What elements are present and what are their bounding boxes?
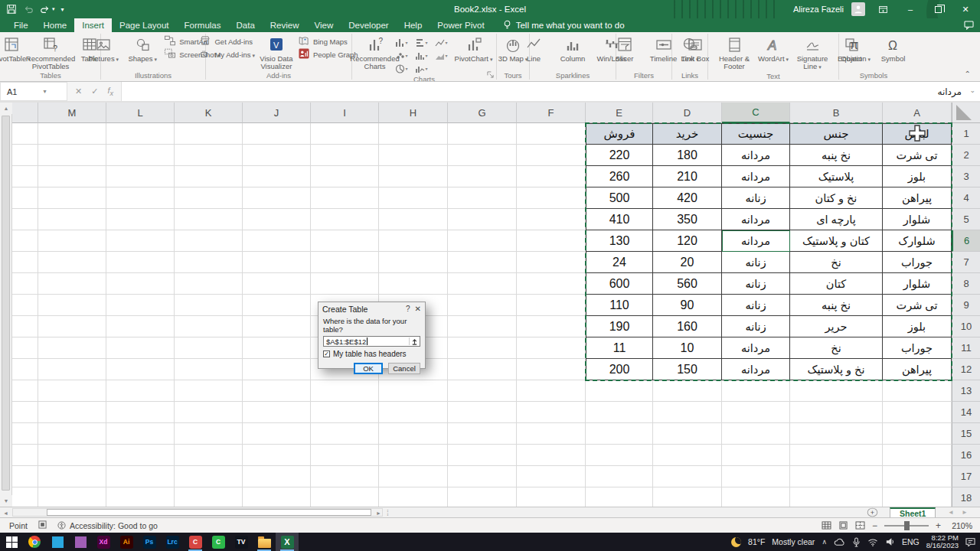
zoom-level[interactable]: 210% — [948, 521, 972, 530]
cell[interactable]: نخ — [790, 252, 883, 273]
area2-chart-icon[interactable]: ▾ — [435, 49, 454, 61]
ribbon-display-options-icon[interactable] — [873, 1, 893, 18]
column-header-j[interactable]: J — [243, 103, 311, 123]
header-footer-button[interactable]: Header & Footer — [715, 34, 753, 70]
cell[interactable]: مردانه — [722, 145, 790, 166]
vertical-scroll-thumb[interactable] — [2, 116, 10, 491]
cell[interactable]: 160 — [653, 316, 722, 337]
row-header-6[interactable]: 6 — [952, 230, 980, 252]
page-layout-view-icon[interactable] — [838, 521, 848, 530]
undo-icon[interactable] — [23, 4, 34, 15]
cell[interactable]: پیراهن — [883, 359, 952, 380]
taskbar-app-excel[interactable]: X — [276, 533, 299, 551]
sheet-tab-sheet1[interactable]: Sheet1 — [890, 507, 936, 518]
cell[interactable]: شلوار — [883, 273, 952, 295]
page-break-view-icon[interactable] — [855, 521, 865, 530]
insert-function-icon[interactable]: fx — [107, 86, 113, 97]
column-header-c[interactable]: C — [722, 103, 790, 123]
table-range-input[interactable]: $A$1:$E$12 — [323, 336, 420, 347]
pie-chart-icon[interactable]: ▾ — [395, 62, 414, 74]
range-selector-icon[interactable] — [409, 337, 419, 345]
tell-me-box[interactable]: Tell me what you want to do — [492, 18, 625, 32]
cell[interactable]: 420 — [653, 187, 722, 209]
cell[interactable]: خرید — [653, 123, 722, 145]
splitter-dots[interactable]: ⁞ — [387, 509, 389, 517]
cell[interactable]: مردانه — [722, 359, 790, 380]
dialog-launcher-icon[interactable] — [487, 70, 494, 80]
ribbon-tab-formulas[interactable]: Formulas — [177, 18, 229, 32]
accessibility-status[interactable]: Accessibility: Good to go — [57, 521, 158, 530]
close-button[interactable]: ✕ — [956, 1, 975, 18]
cell[interactable]: شلوارک — [883, 230, 952, 252]
weather-desc[interactable]: Mostly clear — [772, 537, 815, 546]
cell[interactable]: 260 — [586, 166, 653, 187]
ribbon-tab-insert[interactable]: Insert — [74, 18, 112, 32]
taskbar-app-start[interactable] — [0, 533, 23, 551]
cell[interactable]: 600 — [586, 273, 653, 295]
cell[interactable]: 10 — [653, 337, 722, 359]
row-header-18[interactable]: 18 — [952, 487, 980, 507]
confirm-entry-icon[interactable]: ✓ — [91, 86, 98, 96]
horizontal-scrollbar[interactable] — [12, 508, 383, 517]
scroll-down-icon[interactable]: ▼ — [0, 495, 12, 507]
weather-temp[interactable]: 81°F — [748, 537, 765, 546]
cell[interactable]: جوراب — [883, 337, 952, 359]
cell[interactable]: پلاستیک — [790, 166, 883, 187]
cell[interactable]: مردانه — [722, 166, 790, 187]
sheet-nav-next-icon[interactable]: ► — [962, 509, 968, 516]
name-box[interactable]: A1 ▾ — [0, 82, 67, 101]
cell[interactable]: 11 — [586, 337, 653, 359]
column-header-h[interactable]: H — [379, 103, 448, 123]
column-header-g[interactable]: G — [448, 103, 517, 123]
vertical-scrollbar[interactable]: ▲ ▼ — [0, 103, 12, 507]
cell[interactable]: نخ پنبه — [790, 145, 883, 166]
zoom-out-icon[interactable]: − — [872, 520, 877, 531]
row-header-14[interactable]: 14 — [952, 402, 980, 423]
column-header-l[interactable]: L — [106, 103, 175, 123]
cell[interactable]: 90 — [653, 295, 722, 316]
row-header-16[interactable]: 16 — [952, 445, 980, 466]
dialog-title-bar[interactable]: Create Table ? ✕ — [318, 302, 425, 315]
scatter-chart-icon[interactable]: ▾ — [395, 49, 414, 61]
ribbon-tab-review[interactable]: Review — [263, 18, 307, 32]
formula-input[interactable]: مردانه ⌄ — [122, 82, 980, 101]
cell[interactable]: 350 — [653, 209, 722, 230]
user-name[interactable]: Alireza Fazeli — [793, 5, 844, 14]
sheet-nav-prev-icon[interactable]: ◄ — [948, 509, 954, 516]
column-button[interactable]: Column — [554, 34, 592, 63]
volume-icon[interactable] — [885, 537, 895, 546]
cell[interactable]: 150 — [653, 359, 722, 380]
cell[interactable]: نخ و پلاستیک — [790, 359, 883, 380]
scroll-right-icon[interactable]: ► — [374, 509, 383, 517]
formula-bar-expand-icon[interactable]: ⌄ — [969, 86, 975, 94]
cell[interactable]: 200 — [586, 359, 653, 380]
cell[interactable]: جوراب — [883, 252, 952, 273]
line-button[interactable]: Line — [514, 34, 553, 63]
taskbar-app-vscode[interactable] — [46, 533, 69, 551]
clock[interactable]: 8:22 PM 8/16/2023 — [926, 534, 959, 549]
line2-chart-icon[interactable]: ▾ — [435, 36, 454, 48]
col2-chart-icon[interactable]: ▾ — [415, 49, 434, 61]
column-header-k[interactable]: K — [175, 103, 243, 123]
save-icon[interactable] — [6, 4, 17, 15]
zoom-slider-thumb[interactable] — [904, 521, 910, 530]
ribbon-tab-home[interactable]: Home — [36, 18, 75, 32]
cell[interactable]: زنانه — [722, 187, 790, 209]
row-header-12[interactable]: 12 — [952, 359, 980, 380]
cell[interactable]: 20 — [653, 252, 722, 273]
cell[interactable]: نخ و کتان — [790, 187, 883, 209]
cell[interactable]: جنس — [790, 123, 883, 145]
taskbar-app-camtasia-green[interactable]: C — [207, 533, 230, 551]
cell-mode-indicator[interactable]: Point — [9, 521, 28, 530]
shapes-button[interactable]: Shapes ▾ — [123, 34, 162, 64]
cell[interactable]: لباس — [883, 123, 952, 145]
text-box-button[interactable]: Text Box — [676, 34, 714, 63]
hidden-icons-chevron-icon[interactable]: ∧ — [822, 538, 827, 546]
add-sheet-icon[interactable]: + — [867, 508, 878, 517]
get-add-ins-button[interactable]: Get Add-ins — [198, 35, 256, 47]
dialog-close-icon[interactable]: ✕ — [415, 305, 421, 313]
headers-checkbox-row[interactable]: ✓ My table has headers — [323, 350, 420, 358]
language-indicator[interactable]: ENG — [902, 537, 920, 546]
column-header-a[interactable]: A — [883, 103, 952, 123]
visio-data-visualizer-button[interactable]: VVisio Data Visualizer — [257, 34, 296, 70]
